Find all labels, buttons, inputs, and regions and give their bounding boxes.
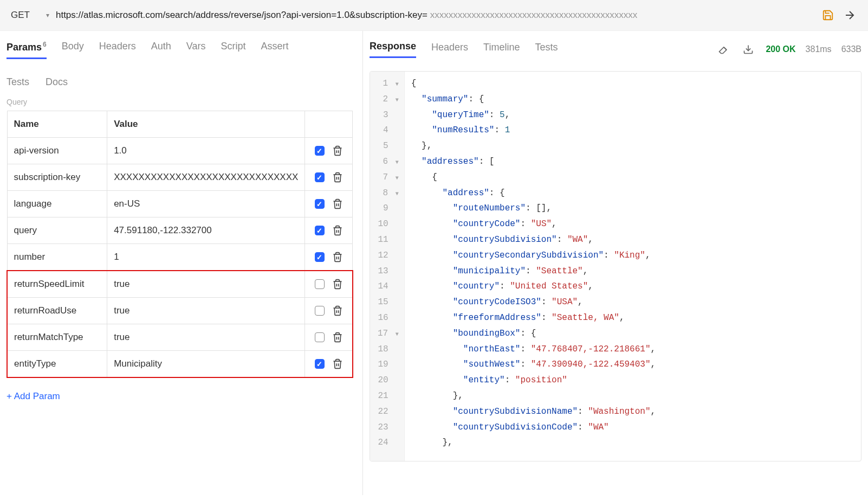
line-number: 14 — [378, 279, 399, 294]
http-method-dropdown[interactable]: GET ▾ — [11, 10, 49, 21]
param-enable-checkbox[interactable] — [315, 199, 325, 209]
param-enable-checkbox[interactable] — [315, 172, 325, 182]
line-number: 22 — [378, 404, 399, 420]
param-enable-checkbox[interactable] — [315, 359, 325, 369]
subtab-docs[interactable]: Docs — [46, 76, 68, 88]
param-value[interactable]: true — [107, 271, 305, 298]
param-value[interactable]: 47.591180,-122.332700 — [107, 217, 305, 244]
response-size: 633B — [841, 44, 861, 54]
param-name[interactable]: entityType — [7, 351, 107, 378]
code-line: "countryCodeISO3": "USA", — [411, 294, 656, 310]
th-value: Value — [107, 111, 305, 138]
tab-response[interactable]: Response — [370, 41, 416, 58]
line-number: 5 — [378, 138, 399, 154]
param-value[interactable]: en-US — [107, 191, 305, 217]
trash-icon[interactable] — [332, 172, 343, 183]
trash-icon[interactable] — [332, 358, 343, 369]
param-enable-checkbox[interactable] — [315, 226, 325, 235]
tab-resp-headers[interactable]: Headers — [431, 42, 468, 57]
trash-icon[interactable] — [332, 145, 343, 156]
code-line: "country": "United States", — [411, 279, 656, 294]
line-number: 12 — [378, 248, 399, 264]
eraser-icon[interactable] — [716, 42, 731, 57]
request-tabs: Params6 Body Headers Auth Vars Script As… — [4, 41, 358, 66]
param-value[interactable]: true — [107, 298, 305, 324]
param-value[interactable]: 1 — [107, 244, 305, 271]
code-line: "summary": { — [411, 92, 656, 107]
tab-assert[interactable]: Assert — [261, 41, 289, 59]
tab-script[interactable]: Script — [221, 41, 246, 59]
param-name[interactable]: returnSpeedLimit — [7, 271, 107, 298]
floppy-save-icon[interactable] — [820, 8, 835, 23]
param-value[interactable]: XXXXXXXXXXXXXXXXXXXXXXXXXXXXXX — [107, 164, 305, 191]
param-enable-checkbox[interactable] — [315, 252, 325, 262]
download-icon[interactable] — [741, 42, 756, 57]
code-line: { — [411, 76, 656, 92]
trash-icon[interactable] — [332, 305, 343, 316]
code-line: "entity": "position" — [411, 373, 656, 388]
response-body[interactable]: 1 ▼2 ▼3 4 5 6 ▼7 ▼8 ▼9 10 11 12 13 14 15… — [370, 71, 861, 461]
trash-icon[interactable] — [332, 252, 343, 262]
code-line: "countrySubdivision": "WA", — [411, 232, 656, 248]
param-value[interactable]: Municipality — [107, 351, 305, 378]
request-topbar: GET ▾ https://atlas.microsoft.com/search… — [0, 0, 868, 31]
param-name[interactable]: api-version — [7, 138, 107, 164]
param-name[interactable]: subscription-key — [7, 164, 107, 191]
tab-auth[interactable]: Auth — [151, 41, 171, 59]
line-number: 23 — [378, 420, 399, 435]
params-count-badge: 6 — [43, 41, 47, 48]
tab-vars[interactable]: Vars — [186, 41, 206, 59]
response-panel: Response Headers Timeline Tests 200 OK 3… — [363, 31, 868, 495]
th-actions — [305, 111, 353, 138]
line-number: 8 ▼ — [378, 185, 399, 201]
code-line: }, — [411, 138, 656, 154]
tab-body[interactable]: Body — [62, 41, 84, 59]
svg-line-1 — [724, 48, 727, 50]
subtab-tests[interactable]: Tests — [7, 76, 29, 88]
tab-headers[interactable]: Headers — [99, 41, 136, 59]
line-number: 11 — [378, 232, 399, 248]
trash-icon[interactable] — [332, 198, 343, 209]
line-number: 4 — [378, 123, 399, 138]
trash-icon[interactable] — [332, 225, 343, 236]
param-row: returnRoadUsetrue — [7, 298, 353, 324]
param-row: query47.591180,-122.332700 — [7, 217, 353, 244]
param-row: entityTypeMunicipality — [7, 351, 353, 378]
tab-timeline[interactable]: Timeline — [483, 42, 520, 57]
param-enable-checkbox[interactable] — [315, 146, 325, 156]
param-enable-checkbox[interactable] — [315, 279, 325, 289]
tab-resp-tests[interactable]: Tests — [535, 42, 558, 57]
code-line: "queryTime": 5, — [411, 107, 656, 123]
param-row: api-version1.0 — [7, 138, 353, 164]
http-method-label: GET — [11, 10, 30, 21]
line-number: 2 ▼ — [378, 92, 399, 107]
param-value[interactable]: true — [107, 324, 305, 351]
trash-icon[interactable] — [332, 332, 343, 343]
chevron-down-icon: ▾ — [46, 11, 49, 19]
request-subtabs: Tests Docs — [4, 66, 358, 98]
param-row: number1 — [7, 244, 353, 271]
send-arrow-icon[interactable] — [842, 8, 857, 23]
param-enable-checkbox[interactable] — [315, 306, 325, 316]
param-name[interactable]: language — [7, 191, 107, 217]
tab-params[interactable]: Params6 — [7, 41, 47, 59]
line-number: 16 — [378, 310, 399, 326]
param-value[interactable]: 1.0 — [107, 138, 305, 164]
param-row: languageen-US — [7, 191, 353, 217]
params-table: Name Value api-version1.0subscription-ke… — [7, 111, 353, 378]
param-enable-checkbox[interactable] — [315, 332, 325, 342]
code-line: { — [411, 170, 656, 185]
code-line: "countrySecondarySubdivision": "King", — [411, 248, 656, 264]
param-name[interactable]: query — [7, 217, 107, 244]
query-section-label: Query — [4, 98, 358, 111]
response-time: 381ms — [806, 44, 832, 54]
add-param-button[interactable]: + Add Param — [4, 378, 358, 406]
url-input[interactable]: https://atlas.microsoft.com/search/addre… — [56, 10, 814, 21]
line-number: 15 — [378, 294, 399, 310]
trash-icon[interactable] — [332, 279, 343, 290]
param-name[interactable]: returnMatchType — [7, 324, 107, 351]
param-name[interactable]: number — [7, 244, 107, 271]
param-name[interactable]: returnRoadUse — [7, 298, 107, 324]
line-number: 18 — [378, 342, 399, 357]
code-line: }, — [411, 435, 656, 451]
